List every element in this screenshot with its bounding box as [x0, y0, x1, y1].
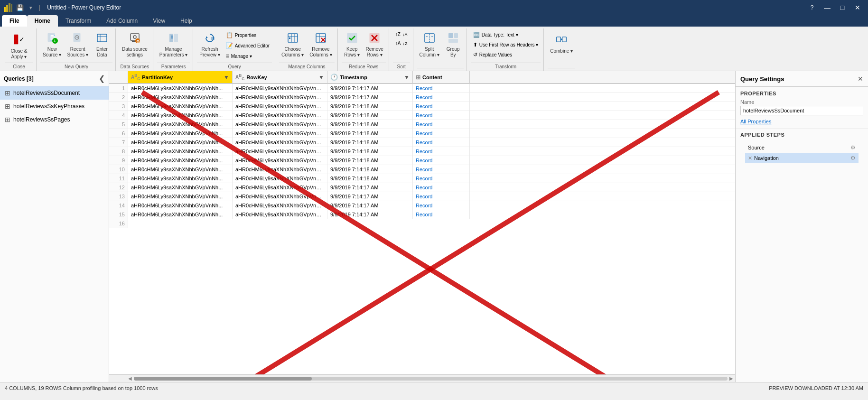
split-column-button[interactable]: SplitColumn ▾	[417, 30, 442, 60]
enter-data-button[interactable]: EnterData	[92, 30, 112, 60]
tab-view[interactable]: View	[145, 15, 173, 27]
grid-col-header-partition[interactable]: ABC PartitionKey ▼	[128, 71, 233, 83]
window-title: Untitled - Power Query Editor	[47, 4, 802, 11]
group-by-button[interactable]: GroupBy	[443, 30, 464, 60]
tab-add-column[interactable]: Add Column	[99, 15, 145, 27]
table-row[interactable]: 10 aHR0cHM6Ly9saXNhXNhbGVpVnNh... aHR0cH…	[109, 165, 735, 174]
table-row[interactable]: 2 aHR0cHM6Ly9saXNhXNhbGVpVnNh... aHR0cHM…	[109, 93, 735, 102]
tab-help[interactable]: Help	[173, 15, 200, 27]
data-type-button[interactable]: 🔤 Data Type: Text ▾	[471, 30, 521, 39]
table-row[interactable]: 13 aHR0cHM6Ly9saXNhXNhbGVpVnNh... aHR0cH…	[109, 192, 735, 201]
table-row[interactable]: 9 aHR0cHM6Ly9saXNhXNhbGVpVnNh... aHR0cHM…	[109, 156, 735, 165]
sort-asc-button[interactable]: ↑Z ↓A	[393, 30, 410, 38]
cell-partition: aHR0cHM6Ly9saXNhXNhbGVpVnNh...	[128, 174, 233, 183]
table-row[interactable]: 15 aHR0cHM6Ly9saXNhXNhbGVpVnNh... aHR0cH…	[109, 210, 735, 219]
table-row[interactable]: 8 aHR0cHM6Ly9saXNhXNhbGVpVnNh... aHR0cHM…	[109, 147, 735, 156]
new-source-button[interactable]: 📄 + NewSource ▾	[40, 30, 64, 60]
data-source-settings-button[interactable]: ⚙ Data sourcesettings	[120, 30, 150, 60]
collapse-queries-button[interactable]: ❮	[99, 74, 105, 83]
row-num: 7	[109, 138, 128, 147]
combine-button[interactable]: Combine ▾	[548, 30, 575, 56]
replace-values-icon: ↺	[473, 52, 477, 58]
table-row[interactable]: 11 aHR0cHM6Ly9saXNhXNhbGVpVnNh... aHR0cH…	[109, 174, 735, 183]
cell-partition: aHR0cHM6Ly9saXNhXNhbGVpVnNh...	[128, 192, 233, 201]
cell-timestamp: 9/9/2019 7:14:18 AM	[327, 102, 413, 111]
cell-timestamp: 9/9/2019 7:14:17 AM	[327, 183, 413, 192]
name-input[interactable]	[740, 106, 863, 115]
content-col-name: Content	[422, 74, 467, 80]
table-row[interactable]: 14 aHR0cHM6Ly9saXNhXNhbGVpVnNh... aHR0cH…	[109, 201, 735, 210]
partition-filter-icon[interactable]: ▼	[224, 74, 229, 81]
help-icon[interactable]: ?	[805, 1, 819, 14]
close-button[interactable]: ✕	[851, 1, 864, 14]
rowkey-filter-icon[interactable]: ▼	[318, 74, 324, 81]
cell-timestamp: 9/9/2019 7:14:18 AM	[327, 156, 413, 165]
sort-desc-button[interactable]: ↑A ↓Z	[393, 39, 410, 47]
table-row[interactable]: 3 aHR0cHM6Ly9saXNhXNhbGVpVnNh... aHR0cHM…	[109, 102, 735, 111]
cell-timestamp: 9/9/2019 7:14:17 AM	[327, 201, 413, 210]
row-num: 15	[109, 210, 128, 219]
properties-button[interactable]: 📋 Properties	[224, 30, 272, 40]
recent-sources-button[interactable]: RecentSources ▾	[65, 30, 90, 60]
cell-content: Record	[413, 111, 470, 120]
remove-columns-icon	[315, 32, 327, 46]
maximize-button[interactable]: □	[836, 1, 849, 14]
close-apply-icon: ✓	[13, 32, 25, 47]
horizontal-scrollbar[interactable]: ◀ ▶	[109, 374, 735, 382]
cell-content: Record	[413, 102, 470, 111]
keep-rows-button[interactable]: KeepRows ▾	[342, 30, 363, 60]
step-source-gear-icon[interactable]: ⚙	[850, 144, 856, 151]
group-by-label: GroupBy	[447, 47, 460, 58]
query-item-hotel-reviews-ss-document[interactable]: ⊞ hotelReviewsSsDocument	[0, 86, 109, 100]
query-table-icon-1: ⊞	[5, 89, 10, 97]
step-navigation-delete-icon[interactable]: ✕	[748, 155, 752, 161]
manage-button[interactable]: ≡ Manage ▾	[224, 51, 272, 61]
query-item-hotel-reviews-ss-key-phrases[interactable]: ⊞ hotelReviewsSsKeyPhrases	[0, 100, 109, 113]
cell-content: Record	[413, 201, 470, 210]
table-row[interactable]: 6 aHR0cHM6Ly9saXNhXNhbGVpVnNh... aHR0cHM…	[109, 129, 735, 138]
tab-file[interactable]: File	[2, 15, 27, 27]
use-first-row-label: Use First Row as Headers ▾	[479, 42, 538, 47]
query-item-hotel-reviews-ss-pages[interactable]: ⊞ hotelReviewsSsPages	[0, 113, 109, 126]
row-num: 13	[109, 192, 128, 201]
step-navigation-gear-icon[interactable]: ⚙	[850, 155, 856, 161]
advanced-editor-label: Advanced Editor	[235, 43, 270, 48]
svg-rect-27	[211, 37, 215, 40]
choose-columns-button[interactable]: ChooseColumns ▾	[279, 30, 306, 60]
name-label: Name	[740, 99, 863, 105]
close-settings-button[interactable]: ✕	[858, 75, 863, 83]
cell-timestamp: 9/9/2019 7:14:18 AM	[327, 120, 413, 129]
status-bar: 4 COLUMNS, 19 ROWS Column profiling base…	[0, 382, 868, 393]
tab-home[interactable]: Home	[27, 15, 58, 27]
table-row[interactable]: 7 aHR0cHM6Ly9saXNhXNhbGVpVnNh... aHR0cHM…	[109, 138, 735, 147]
timestamp-filter-icon[interactable]: ▼	[404, 74, 410, 81]
table-row[interactable]: 4 aHR0cHM6Ly9saXNhXNhbGVpVnNh... aHR0cHM…	[109, 111, 735, 120]
close-apply-button[interactable]: ✓ Close &Apply ▾	[5, 30, 33, 62]
cell-content: Record	[413, 138, 470, 147]
remove-columns-button[interactable]: RemoveColumns ▾	[307, 30, 334, 60]
cell-partition: aHR0cHM6Ly9saXNhXNhbGVpVnNh...	[128, 156, 233, 165]
step-item-source[interactable]: Source ⚙	[745, 142, 859, 153]
grid-col-header-content[interactable]: ⊞ Content	[413, 71, 470, 83]
grid-col-header-rowkey[interactable]: ABC RowKey ▼	[233, 71, 327, 83]
all-properties-link[interactable]: All Properties	[740, 119, 771, 124]
use-first-row-button[interactable]: ⬆ Use First Row as Headers ▾	[471, 40, 541, 49]
table-row[interactable]: 1 aHR0cHM6Ly9saXNhXNhbGVpVnNh... aHR0cHM…	[109, 84, 735, 93]
remove-rows-button[interactable]: RemoveRows ▾	[364, 30, 386, 60]
table-row[interactable]: 5 aHR0cHM6Ly9saXNhXNhbGVpVnNh... aHR0cHM…	[109, 120, 735, 129]
grid-col-header-timestamp[interactable]: 🕐 Timestamp ▼	[327, 71, 413, 83]
replace-values-button[interactable]: ↺ Replace Values	[471, 50, 514, 59]
refresh-preview-button[interactable]: RefreshPreview ▾	[197, 30, 222, 60]
minimize-button[interactable]: —	[821, 1, 834, 14]
save-icon[interactable]: 💾	[16, 4, 24, 11]
table-row[interactable]: 16	[109, 219, 735, 228]
tab-transform[interactable]: Transform	[58, 15, 99, 27]
sort-group-label: Sort	[393, 63, 410, 71]
grid-body[interactable]: 1 aHR0cHM6Ly9saXNhXNhbGVpVnNh... aHR0cHM…	[109, 84, 735, 228]
advanced-editor-button[interactable]: 📝 Advanced Editor	[224, 41, 272, 50]
cell-timestamp: 9/9/2019 7:14:17 AM	[327, 84, 413, 93]
manage-parameters-button[interactable]: ManageParameters ▾	[157, 30, 190, 60]
timestamp-type-badge: 🕐	[330, 74, 338, 81]
step-item-navigation[interactable]: ✕ Navigation ⚙	[745, 153, 859, 163]
table-row[interactable]: 12 aHR0cHM6Ly9saXNhXNhbGVpVnNh... aHR0cH…	[109, 183, 735, 192]
